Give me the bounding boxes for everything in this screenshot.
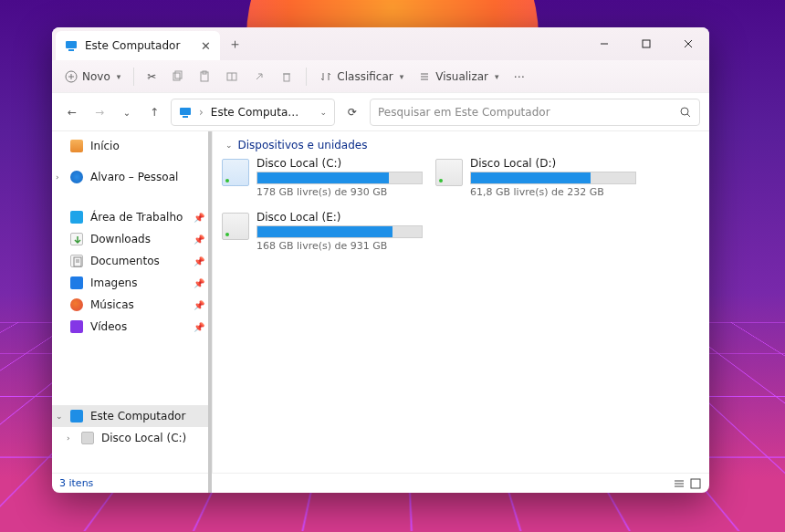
cloud-icon — [70, 171, 83, 183]
tab-this-pc[interactable]: Este Computador ✕ — [56, 31, 220, 60]
chevron-right-icon[interactable]: › — [67, 433, 70, 443]
sidebar-item-desktop[interactable]: Área de Trabalho 📌 — [52, 206, 212, 228]
copy-icon — [171, 70, 183, 83]
chevron-down-icon: ▾ — [117, 72, 121, 81]
drive-item[interactable]: Disco Local (E:)168 GB livre(s) de 931 G… — [222, 211, 423, 252]
disk-icon — [222, 213, 249, 240]
paste-button[interactable] — [193, 67, 216, 87]
view-label: Visualizar — [435, 70, 488, 83]
sidebar-item-videos[interactable]: Vídeos 📌 — [52, 316, 212, 338]
up-button[interactable]: ↑ — [143, 106, 165, 119]
statusbar: 3 itens — [52, 473, 709, 493]
sort-button[interactable]: Classificar ▾ — [314, 67, 409, 87]
more-button[interactable]: ⋯ — [508, 67, 530, 87]
sort-label: Classificar — [337, 70, 392, 83]
pc-icon — [70, 410, 83, 422]
svg-rect-3 — [643, 40, 650, 47]
usage-bar — [470, 172, 636, 184]
cut-button[interactable]: ✂ — [141, 67, 162, 87]
svg-rect-15 — [284, 74, 289, 81]
group-label: Dispositivos e unidades — [238, 139, 368, 151]
sidebar-item-label: Área de Trabalho — [90, 211, 183, 224]
paste-icon — [198, 70, 211, 83]
pin-icon[interactable]: 📌 — [194, 213, 204, 223]
sidebar-item-label: Início — [90, 140, 120, 152]
sidebar-item-label: Este Computador — [90, 410, 185, 422]
sidebar-item-personal[interactable]: › Alvaro – Pessoal — [52, 166, 212, 188]
plus-icon — [65, 70, 78, 83]
view-button[interactable]: Visualizar ▾ — [413, 67, 504, 87]
sidebar-item-home[interactable]: Início — [52, 135, 212, 157]
delete-button[interactable] — [275, 67, 298, 87]
drive-item[interactable]: Disco Local (D:)61,8 GB livre(s) de 232 … — [435, 157, 636, 198]
new-button[interactable]: Novo ▾ — [59, 67, 126, 87]
address-bar[interactable]: › Este Computa… ⌄ — [171, 99, 335, 126]
titlebar: Este Computador ✕ ＋ — [52, 27, 709, 60]
file-explorer-window: Este Computador ✕ ＋ Novo ▾ ✂ — [52, 27, 709, 493]
sidebar-item-this-pc[interactable]: ⌄ Este Computador — [52, 405, 212, 427]
chevron-down-icon[interactable]: ⌄ — [56, 412, 63, 421]
new-tab-button[interactable]: ＋ — [220, 27, 249, 60]
chevron-right-icon[interactable]: › — [56, 172, 59, 182]
images-icon — [70, 276, 83, 289]
sidebar-item-documents[interactable]: Documentos 📌 — [52, 250, 212, 272]
svg-rect-21 — [183, 116, 188, 118]
group-header[interactable]: ⌄ Dispositivos e unidades — [225, 139, 700, 151]
video-icon — [70, 320, 83, 333]
sidebar: Início › Alvaro – Pessoal Área de Trabal… — [52, 131, 213, 473]
navbar: ← → ⌄ ↑ › Este Computa… ⌄ ⟳ Pesquisar em… — [52, 93, 709, 131]
share-button[interactable] — [247, 67, 271, 87]
disk-icon — [81, 432, 94, 444]
refresh-button[interactable]: ⟳ — [340, 106, 364, 119]
minimize-button[interactable] — [583, 27, 625, 60]
svg-rect-10 — [175, 71, 182, 78]
sidebar-item-downloads[interactable]: Downloads 📌 — [52, 228, 212, 250]
chevron-down-icon[interactable]: ⌄ — [319, 108, 327, 117]
search-input[interactable]: Pesquisar em Este Computador — [370, 99, 700, 126]
back-button[interactable]: ← — [61, 106, 83, 119]
sidebar-item-music[interactable]: Músicas 📌 — [52, 294, 212, 316]
breadcrumb-sep: › — [199, 106, 204, 119]
sidebar-item-label: Vídeos — [90, 320, 127, 333]
close-tab-button[interactable]: ✕ — [201, 39, 211, 53]
sidebar-item-images[interactable]: Imagens 📌 — [52, 272, 212, 294]
drive-name: Disco Local (D:) — [470, 157, 636, 170]
pin-icon[interactable]: 📌 — [194, 235, 204, 245]
maximize-button[interactable] — [625, 27, 667, 60]
drive-subtext: 61,8 GB livre(s) de 232 GB — [470, 186, 636, 198]
pin-icon[interactable]: 📌 — [194, 278, 204, 288]
svg-rect-30 — [691, 479, 700, 488]
recent-button[interactable]: ⌄ — [116, 106, 138, 119]
scissors-icon: ✂ — [147, 70, 156, 83]
svg-rect-0 — [66, 41, 77, 48]
rename-button[interactable] — [220, 67, 244, 87]
home-icon — [70, 140, 83, 152]
sidebar-item-label: Imagens — [90, 276, 137, 289]
svg-rect-1 — [68, 49, 74, 51]
sidebar-item-label: Disco Local (C:) — [101, 432, 186, 444]
chevron-down-icon: ▾ — [400, 72, 404, 81]
close-window-button[interactable] — [667, 27, 709, 60]
window-controls — [583, 27, 709, 60]
chevron-down-icon: ▾ — [495, 72, 499, 81]
copy-button[interactable] — [165, 67, 189, 87]
desktop-icon — [70, 211, 83, 224]
toolbar: Novo ▾ ✂ Classificar ▾ Visualizar ▾ — [52, 60, 709, 93]
chevron-down-icon: ⌄ — [123, 108, 131, 118]
tab-label: Este Computador — [85, 39, 180, 52]
details-view-button[interactable] — [673, 477, 686, 490]
drive-name: Disco Local (E:) — [256, 211, 423, 224]
music-icon — [70, 298, 83, 311]
drive-name: Disco Local (C:) — [256, 157, 423, 170]
icons-view-button[interactable] — [689, 477, 702, 490]
trash-icon — [280, 70, 293, 83]
forward-button[interactable]: → — [89, 106, 110, 119]
separator — [133, 68, 134, 86]
drive-item[interactable]: Disco Local (C:)178 GB livre(s) de 930 G… — [222, 157, 423, 198]
pin-icon[interactable]: 📌 — [194, 322, 204, 332]
svg-rect-9 — [173, 73, 180, 80]
sidebar-item-label: Documentos — [90, 255, 160, 267]
pin-icon[interactable]: 📌 — [194, 256, 204, 266]
pin-icon[interactable]: 📌 — [194, 300, 204, 310]
sidebar-item-disk-c[interactable]: › Disco Local (C:) — [52, 427, 212, 449]
